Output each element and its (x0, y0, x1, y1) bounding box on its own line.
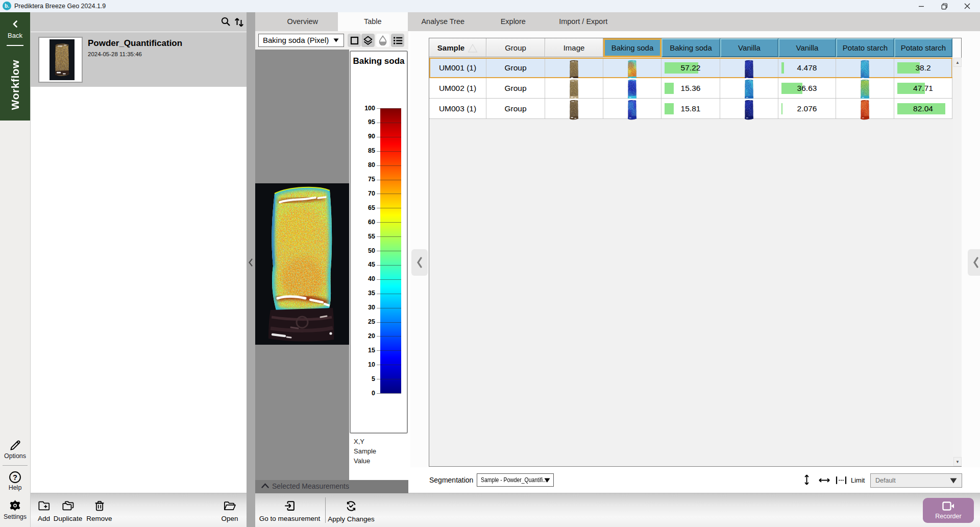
value-text: 2.076 (778, 99, 836, 118)
back-button[interactable] (0, 20, 30, 28)
minimize-icon (918, 3, 924, 9)
table-row-um001-1-[interactable]: UM001 (1)Group57.224.47838.2 (429, 58, 952, 78)
column-header-vanilla-6[interactable]: Vanilla (778, 38, 836, 57)
apply-changes-button[interactable]: Apply Changes (321, 500, 382, 523)
arrow-horizontal-icon (818, 477, 830, 484)
colorbar-tick-line (377, 265, 401, 266)
sample-list-item[interactable]: Powder_Quantification 2024-05-28 11:35:4… (31, 32, 247, 87)
panel-collapse-strip[interactable] (247, 12, 255, 527)
go-to-measurement-button[interactable]: Go to measurement (255, 500, 324, 522)
list-view-button[interactable] (391, 34, 404, 47)
scroll-up-button[interactable]: ▲ (953, 58, 962, 67)
colorbar-zone: Baking soda 1009590858075706560555045403… (349, 50, 408, 480)
help-button[interactable]: ? Help (0, 471, 30, 491)
colorbar-tick-label: 0 (355, 390, 375, 397)
column-header-label: Baking soda (611, 43, 654, 52)
colorbar-panel: Baking soda 1009590858075706560555045403… (350, 51, 408, 434)
value-text: 47.71 (894, 78, 952, 98)
cell-photo (545, 59, 603, 77)
colorbar-tick-label: 65 (355, 204, 375, 211)
tab-analyse-tree[interactable]: Analyse Tree (408, 12, 478, 31)
column-header-label: Sample (437, 43, 464, 52)
colorbar-tick-label: 5 (355, 375, 375, 382)
collapse-right-handle[interactable] (968, 249, 980, 276)
column-header-baking-soda-4[interactable]: Baking soda (662, 38, 720, 57)
cell-potato_starch-value: 47.71 (894, 78, 952, 98)
cell-vanilla-value: 2.076 (778, 99, 836, 118)
search-icon (220, 16, 231, 27)
limit-select[interactable]: Default (870, 473, 962, 488)
colorbar-tick-line (377, 236, 401, 237)
image-viewer[interactable] (255, 50, 349, 480)
selected-measurements-label: Selected Measurements (272, 482, 349, 490)
colorbar-tick-line (377, 336, 401, 337)
maximize-button[interactable] (936, 0, 953, 12)
remove-button[interactable]: Remove (83, 500, 116, 522)
actual-size-button[interactable] (836, 476, 847, 485)
sort-button[interactable] (234, 16, 245, 28)
chevron-up-icon (261, 483, 269, 488)
colorbar-tick-line (377, 165, 401, 166)
restore-icon (941, 3, 948, 10)
help-icon: ? (9, 471, 21, 484)
rectangle-icon (350, 36, 359, 45)
cell-sample: UM001 (1) (429, 59, 486, 77)
settings-button[interactable]: Settings (0, 499, 30, 520)
bag-image (625, 99, 639, 121)
open-folder-icon (224, 500, 236, 511)
table-row-um002-1-[interactable]: UM002 (1)Group15.3636.6347.71 (429, 78, 952, 99)
minimize-button[interactable] (913, 0, 930, 12)
column-header-vanilla-5[interactable]: Vanilla (720, 38, 778, 57)
scroll-down-button[interactable]: ▼ (953, 457, 962, 466)
fit-height-button[interactable] (803, 474, 810, 486)
open-button[interactable]: Open (215, 500, 244, 522)
colorbar-tick-label: 25 (355, 318, 375, 325)
segmentation-select[interactable]: Sample - Powder_Quantifi... (477, 473, 554, 487)
column-header-image-2[interactable]: Image (545, 38, 603, 57)
column-header-baking-soda-3[interactable]: Baking soda (603, 38, 662, 57)
selected-measurements-bar[interactable]: Selected Measurements (255, 480, 408, 493)
workflow-section: Back Workflow (0, 12, 30, 121)
column-header-sample-0[interactable]: Sample (429, 38, 486, 57)
cell-img_vanilla (720, 99, 778, 118)
pencil-icon (9, 439, 22, 452)
sample-timestamp: 2024-05-28 11:35:46 (88, 51, 142, 57)
video-camera-icon (942, 501, 954, 511)
colorbar-tick-line (377, 322, 401, 323)
layers-button[interactable] (361, 34, 375, 47)
colorbar-tick-line (377, 379, 401, 379)
value-text: 4.478 (778, 59, 836, 77)
layer-select[interactable]: Baking soda (Pixel) (258, 34, 344, 47)
droplet-icon (378, 35, 387, 45)
close-button[interactable] (959, 0, 976, 12)
tab-table[interactable]: Table (338, 12, 408, 31)
table-row-um003-1-[interactable]: UM003 (1)Group15.812.07682.04 (429, 99, 952, 119)
fit-width-button[interactable] (818, 477, 830, 484)
colorbar-tick-label: 100 (355, 105, 375, 112)
duplicate-button[interactable]: Duplicate (47, 500, 88, 522)
value-text: 82.04 (894, 99, 952, 118)
chevron-left-icon (12, 20, 19, 28)
column-header-potato-starch-7[interactable]: Potato starch (836, 38, 894, 57)
tab-explore[interactable]: Explore (478, 12, 549, 31)
sample-thumbnail (38, 37, 83, 83)
column-header-label: Potato starch (901, 43, 946, 52)
tab-overview[interactable]: Overview (267, 12, 338, 31)
options-button[interactable]: Options (0, 439, 30, 460)
table-scrollbar[interactable]: ▲ ▼ (953, 58, 962, 466)
cell-img_potato_starch (836, 99, 894, 118)
contrast-button[interactable] (376, 34, 389, 47)
search-button[interactable] (220, 16, 231, 27)
collapse-viewer-handle[interactable] (411, 249, 428, 276)
column-header-group-1[interactable]: Group (486, 38, 545, 57)
pixel-info-label: Value (354, 455, 409, 465)
recorder-button[interactable]: Recorder (923, 498, 974, 523)
column-header-potato-starch-8[interactable]: Potato starch (894, 38, 952, 57)
cell-potato_starch-value: 82.04 (894, 99, 952, 118)
workflow-label: Workflow (0, 49, 30, 121)
cell-group: Group (486, 59, 545, 77)
cell-baking_soda-value: 57.22 (662, 59, 720, 77)
back-label[interactable]: Back (0, 32, 30, 39)
select-rectangle-button[interactable] (348, 34, 361, 47)
tab-import-export[interactable]: Import / Export (548, 12, 619, 31)
